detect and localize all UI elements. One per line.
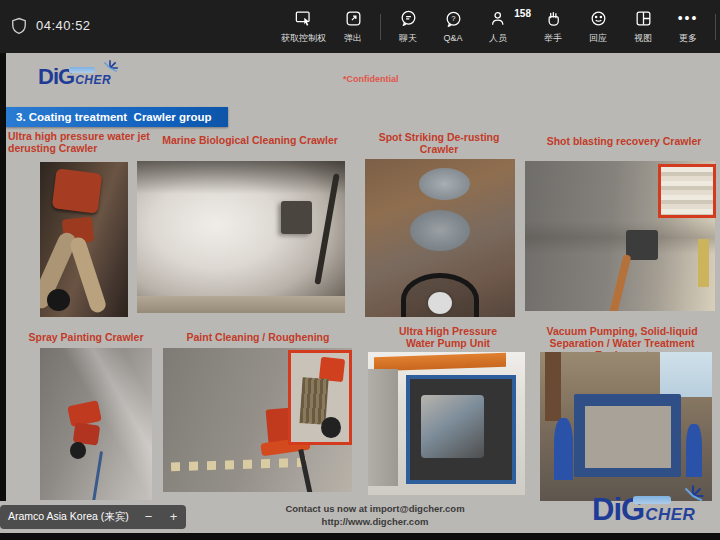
chat-button[interactable]: 聊天 [390,3,426,51]
confidential-note: *Confidential [343,74,399,84]
photo-detail [419,168,470,200]
photo-water-pump-unit [368,352,525,495]
meeting-screen: 04:40:52 获取控制权 弹出 [0,0,720,540]
photo-detail [321,417,341,438]
layout-grid-icon [634,9,653,28]
photo-detail [70,442,86,459]
smiley-icon [589,9,608,28]
contact-info: Contact us now at import@digcher.com htt… [225,502,525,528]
caption-derusting-crawler: Ultra high pressure water jet derusting … [8,130,156,154]
photo-detail [300,377,329,425]
highlight-inset-shot-blasting [658,164,716,218]
highlight-inset-paint-cleaning [288,350,352,445]
shield-icon [9,15,29,37]
photo-detail [626,230,658,260]
presenter-name: Aramco Asia Korea (来宾) [8,510,129,524]
photo-derusting-crawler [40,162,128,317]
photo-vacuum-pumping-equipment [540,352,712,501]
photo-detail [525,221,715,254]
meeting-timer: 04:40:52 [36,18,91,33]
photo-detail [554,418,573,481]
shared-slide: DiGCHER *Confidential 3. Coating treatme… [0,53,720,533]
toolbar-divider [380,14,381,40]
caption-marine-cleaning-crawler: Marine Biological Cleaning Crawler [152,134,348,146]
more-button[interactable]: ••• 更多 [670,3,706,51]
photo-detail [660,352,712,397]
photo-detail [170,458,306,471]
view-layout-button[interactable]: 视图 [625,3,661,51]
digcher-logo-bottom: DiGCHER [592,494,695,525]
raise-hand-button[interactable]: 举手 [535,3,571,51]
photo-detail [368,369,398,486]
photo-detail [545,352,560,421]
photo-detail [137,296,345,313]
screen-bottom-edge [0,533,720,540]
caption-paint-cleaning: Paint Cleaning / Roughening [178,331,338,343]
reactions-button[interactable]: 回应 [580,3,616,51]
zoom-controls: − + [136,505,186,529]
logo-nozzle-lines [633,496,671,504]
person-icon [489,9,508,28]
photo-detail [281,201,312,234]
section-title-banner: 3. Coating treatment Crawler group [6,107,228,127]
photo-spot-striking-crawler [365,159,515,317]
get-control-button[interactable]: 获取控制权 [281,3,326,51]
pop-out-button[interactable]: 弹出 [335,3,371,51]
pop-out-icon [344,9,363,28]
photo-detail [421,395,484,458]
photo-detail [585,406,671,469]
participant-count-badge: 158 [514,8,531,19]
toolbar-divider [715,14,716,40]
caption-shot-blasting-crawler: Shot blasting recovery Crawler [538,135,710,147]
photo-detail [609,254,632,311]
photo-detail [137,161,345,194]
contact-website: http://www.digcher.com [225,515,525,528]
chat-bubble-icon [399,9,418,28]
contact-email: Contact us now at import@digcher.com [225,502,525,515]
photo-detail [47,289,70,311]
photo-detail [698,239,709,287]
photo-detail [428,292,452,314]
svg-text:?: ? [451,15,455,23]
caption-water-pump-unit: Ultra High Pressure Water Pump Unit [388,325,508,349]
toolbar-buttons: 获取控制权 弹出 聊天 [281,0,720,53]
zoom-out-button[interactable]: − [142,505,156,529]
photo-detail [410,210,470,251]
logo-nozzle-lines [69,67,95,73]
presenter-name-pill[interactable]: Aramco Asia Korea (来宾) [0,505,158,529]
more-dots-icon: ••• [678,9,699,28]
photo-detail [686,424,701,478]
photo-marine-cleaning-crawler [137,161,345,313]
photo-detail [69,236,108,315]
raise-hand-icon [544,9,563,28]
photo-detail [52,169,102,215]
digcher-logo-top: DiGCHER [38,66,111,88]
logo-spray-burst-icon [681,484,705,508]
qa-button[interactable]: ? Q&A [435,3,471,51]
caption-spot-striking-crawler: Spot Striking De-rusting Crawler [360,131,518,155]
photo-spray-painting-crawler [40,348,152,500]
photo-detail [298,449,312,492]
monitor-cursor-icon [294,9,313,28]
qa-bubble-icon: ? [444,10,463,29]
participants-button[interactable]: 158 人员 [480,3,526,51]
logo-spray-burst-icon [101,59,119,77]
caption-spray-painting-crawler: Spray Painting Crawler [20,331,152,343]
zoom-in-button[interactable]: + [167,505,181,529]
meeting-toolbar: 04:40:52 获取控制权 弹出 [0,0,720,53]
